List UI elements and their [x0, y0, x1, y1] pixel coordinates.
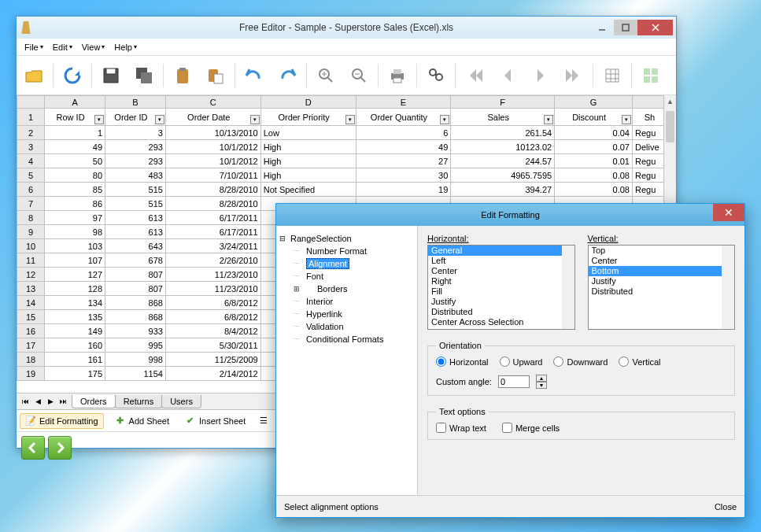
horizontal-option[interactable]: Justify: [428, 297, 574, 307]
cell[interactable]: 995: [105, 338, 166, 353]
row-header[interactable]: 13: [17, 282, 45, 296]
filter-dropdown-icon[interactable]: ▾: [622, 115, 631, 124]
horizontal-option[interactable]: Distributed: [428, 307, 574, 317]
field-header[interactable]: Order Date▾: [165, 109, 260, 126]
cell[interactable]: 6/8/2012: [165, 310, 260, 324]
cell[interactable]: 161: [45, 353, 105, 367]
cell[interactable]: 135: [45, 310, 105, 324]
tree-number-format[interactable]: Number Format: [279, 245, 414, 257]
radio-horizontal[interactable]: Horizontal: [436, 357, 489, 367]
cell[interactable]: Low: [260, 126, 356, 140]
menu-view[interactable]: View▾: [77, 41, 110, 54]
cell[interactable]: 149: [45, 324, 105, 338]
tree-hyperlink[interactable]: Hyperlink: [279, 308, 414, 320]
cell[interactable]: 1: [45, 126, 105, 140]
filter-dropdown-icon[interactable]: ▾: [155, 115, 164, 124]
column-header-G[interactable]: G: [555, 96, 633, 109]
cell[interactable]: 868: [105, 296, 166, 310]
first-button[interactable]: [460, 61, 489, 90]
close-button[interactable]: [637, 20, 673, 35]
cell[interactable]: 7/10/2011: [165, 168, 260, 183]
titlebar[interactable]: Free Editor - Sample - Superstore Sales …: [17, 17, 676, 39]
cell[interactable]: 6: [356, 126, 451, 140]
find-button[interactable]: [422, 61, 450, 90]
row-header[interactable]: 12: [17, 268, 45, 282]
cell[interactable]: 868: [105, 310, 166, 324]
cell[interactable]: 483: [105, 168, 166, 183]
cell[interactable]: 10/1/2012: [165, 140, 260, 154]
cell[interactable]: 10/13/2010: [165, 126, 260, 140]
row-header[interactable]: 15: [17, 310, 45, 324]
field-header[interactable]: Order ID▾: [105, 109, 166, 126]
dialog-titlebar[interactable]: Edit Formatting ✕: [276, 204, 744, 226]
horizontal-option[interactable]: Left: [428, 256, 574, 266]
column-header-C[interactable]: C: [165, 96, 260, 109]
cell[interactable]: High: [260, 140, 356, 154]
vertical-option[interactable]: Top: [589, 246, 735, 256]
row-header[interactable]: 11: [17, 253, 45, 268]
column-header-D[interactable]: D: [260, 96, 356, 109]
row-header[interactable]: 10: [17, 239, 45, 253]
last-button[interactable]: [560, 61, 588, 90]
cell[interactable]: 175: [45, 367, 105, 381]
cell[interactable]: 49: [45, 140, 105, 154]
cell[interactable]: 3: [105, 126, 166, 140]
add-sheet-button[interactable]: ✚ Add Sheet: [110, 414, 174, 428]
cell[interactable]: 103: [45, 239, 105, 253]
filter-dropdown-icon[interactable]: ▾: [345, 115, 355, 124]
cell[interactable]: 2/26/2010: [165, 253, 260, 268]
cell[interactable]: 3/24/2011: [165, 239, 260, 253]
row-header[interactable]: 14: [17, 296, 45, 310]
cell[interactable]: 515: [105, 183, 166, 197]
paste-button[interactable]: [201, 61, 230, 90]
filter-dropdown-icon[interactable]: ▾: [544, 115, 553, 124]
cell[interactable]: 2/14/2012: [165, 367, 260, 381]
cell[interactable]: 933: [105, 324, 166, 338]
row-header-1[interactable]: 1: [17, 109, 45, 126]
row-header[interactable]: 5: [17, 168, 45, 183]
row-header[interactable]: 16: [17, 324, 45, 338]
scroll-up-icon[interactable]: ▲: [664, 95, 676, 108]
cell[interactable]: 678: [105, 253, 166, 268]
menu-edit[interactable]: Edit▾: [48, 41, 77, 54]
cell[interactable]: 11/23/2010: [165, 268, 260, 282]
print-button[interactable]: [383, 61, 412, 90]
horizontal-listbox[interactable]: GeneralLeftCenterRightFillJustifyDistrib…: [427, 245, 575, 330]
nav-back-button[interactable]: [21, 436, 45, 460]
cell[interactable]: 8/28/2010: [165, 197, 260, 211]
cell[interactable]: High: [260, 168, 356, 183]
filter-dropdown-icon[interactable]: ▾: [94, 115, 104, 124]
cell[interactable]: 6/17/2011: [165, 225, 260, 239]
cell[interactable]: 0.08: [555, 168, 633, 183]
cell[interactable]: 4965.7595: [451, 168, 555, 183]
cell[interactable]: 244.57: [451, 154, 555, 168]
listbox-scrollbar[interactable]: [722, 246, 734, 329]
next-button[interactable]: [526, 61, 555, 90]
field-header[interactable]: Row ID▾: [45, 109, 105, 126]
dialog-close-link[interactable]: Close: [715, 502, 737, 512]
insert-sheet-button[interactable]: ✔ Insert Sheet: [180, 414, 250, 428]
vertical-option[interactable]: Bottom: [589, 266, 735, 276]
zoom-out-button[interactable]: [345, 61, 373, 90]
cell[interactable]: 27: [356, 154, 451, 168]
vertical-listbox[interactable]: TopCenterBottomJustifyDistributed: [588, 245, 736, 330]
horizontal-option[interactable]: Right: [428, 276, 574, 286]
tab-last-icon[interactable]: ⏭: [57, 397, 68, 405]
zoom-in-button[interactable]: [312, 61, 340, 90]
horizontal-option[interactable]: Center: [428, 266, 574, 276]
cell[interactable]: 394.27: [451, 183, 555, 197]
tree-root-rangeselection[interactable]: RangeSelection: [279, 232, 414, 245]
cell[interactable]: 160: [45, 338, 105, 353]
cell[interactable]: 8/28/2010: [165, 183, 260, 197]
cell[interactable]: 998: [105, 353, 166, 367]
cell[interactable]: 0.07: [555, 140, 633, 154]
cell[interactable]: 807: [105, 268, 166, 282]
cell[interactable]: 11/25/2009: [165, 353, 260, 367]
cell[interactable]: 8/4/2012: [165, 324, 260, 338]
listbox-scrollbar[interactable]: [562, 246, 574, 329]
cell[interactable]: 293: [105, 140, 166, 154]
table-row[interactable]: 21310/13/2010Low6261.540.04Regu: [17, 126, 676, 140]
row-header[interactable]: 17: [17, 338, 45, 353]
row-header[interactable]: 2: [17, 126, 45, 140]
cell[interactable]: 49: [356, 140, 451, 154]
